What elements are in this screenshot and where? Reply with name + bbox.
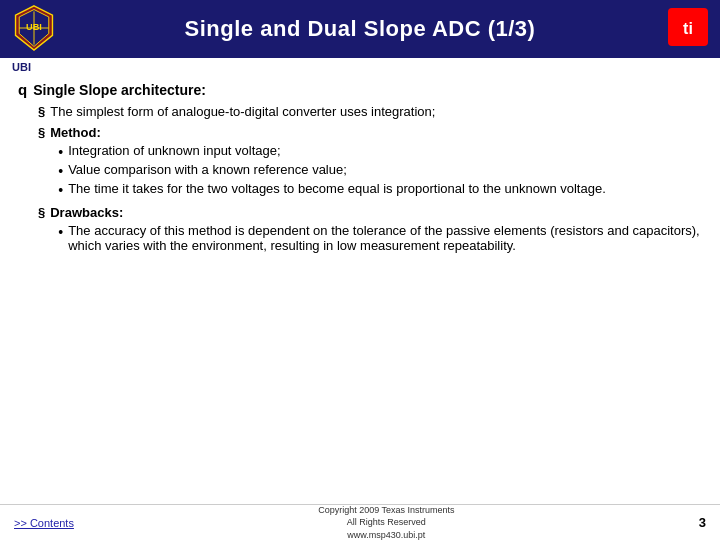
copyright-block: Copyright 2009 Texas Instruments All Rig…: [318, 504, 454, 540]
sub-bullet-2-1: • Integration of unknown input voltage;: [58, 143, 606, 159]
sub-bullet-3-1: • The accuracy of this method is depende…: [58, 223, 702, 253]
slide: UBI Single and Dual Slope ADC (1/3) ti U…: [0, 0, 720, 540]
dot-icon-1: •: [58, 145, 63, 159]
dot-icon-2: •: [58, 164, 63, 178]
section-title-text: Single Slope architecture:: [33, 82, 206, 98]
bullet-2-title: Method:: [50, 125, 606, 140]
svg-text:ti: ti: [683, 20, 693, 37]
bullet-3: § Drawbacks: • The accuracy of this meth…: [38, 205, 702, 256]
ubi-label: UBI: [12, 61, 720, 73]
bullet-1: § The simplest form of analogue-to-digit…: [38, 104, 702, 119]
footer: >> Contents Copyright 2009 Texas Instrum…: [0, 504, 720, 540]
bullet-3-dash: §: [38, 205, 45, 220]
sub-bullet-2-3: • The time it takes for the two voltages…: [58, 181, 606, 197]
bullet-3-title: Drawbacks:: [50, 205, 702, 220]
sub-bullet-2-2: • Value comparison with a known referenc…: [58, 162, 606, 178]
ti-logo: ti: [668, 8, 710, 50]
copyright-line1: Copyright 2009 Texas Instruments: [318, 504, 454, 517]
sub-bullet-3-1-text: The accuracy of this method is dependent…: [68, 223, 702, 253]
copyright-line2: All Rights Reserved: [318, 516, 454, 529]
main-content: q Single Slope architecture: § The simpl…: [0, 77, 720, 265]
page-number: 3: [699, 515, 706, 530]
sub-bullet-2-2-text: Value comparison with a known reference …: [68, 162, 347, 177]
header-bar: UBI Single and Dual Slope ADC (1/3) ti: [0, 0, 720, 58]
ubi-crest-logo: UBI: [10, 4, 60, 54]
section-bullet: q: [18, 81, 27, 98]
dot-icon-4: •: [58, 225, 63, 239]
sub-bullet-2-3-text: The time it takes for the two voltages t…: [68, 181, 606, 196]
copyright-line3: www.msp430.ubi.pt: [318, 529, 454, 540]
bullet-1-text: The simplest form of analogue-to-digital…: [50, 104, 435, 119]
contents-link[interactable]: >> Contents: [14, 517, 74, 529]
slide-title: Single and Dual Slope ADC (1/3): [185, 16, 536, 42]
bullet-1-dash: §: [38, 104, 45, 119]
dot-icon-3: •: [58, 183, 63, 197]
section-title: q Single Slope architecture:: [18, 81, 702, 98]
bullet-2-dash: §: [38, 125, 45, 140]
bullet-2: § Method: • Integration of unknown input…: [38, 125, 702, 200]
sub-bullet-2-1-text: Integration of unknown input voltage;: [68, 143, 280, 158]
